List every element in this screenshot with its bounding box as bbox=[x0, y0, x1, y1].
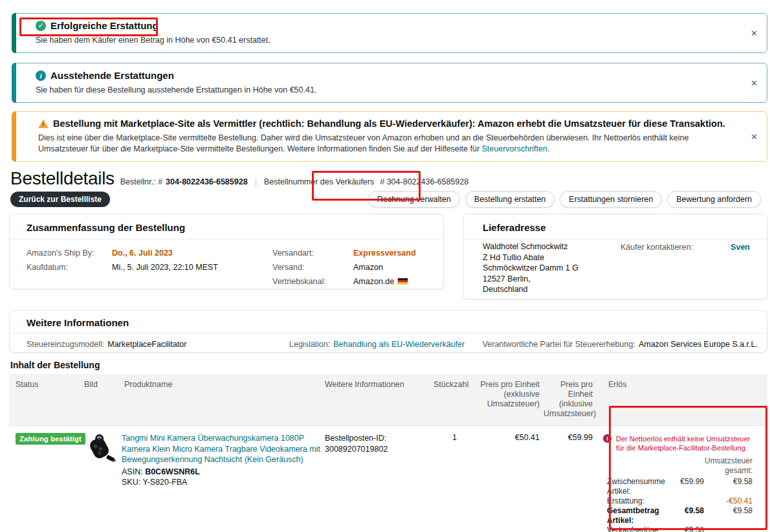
germany-flag-icon bbox=[397, 278, 408, 285]
alert-warning-body: Dies ist eine über die Marketplace-Site … bbox=[38, 133, 741, 155]
tax-model-label: Steuereinzugsmodell: bbox=[27, 340, 104, 349]
sales-channel-value: Amazon.de bbox=[353, 274, 408, 289]
order-number-label: Bestellnr.: # bbox=[120, 177, 162, 186]
order-contents-title: Inhalt der Bestellung bbox=[10, 360, 100, 370]
more-information-card: Weitere Informationen Steuereinzugsmodel… bbox=[9, 310, 767, 353]
shipping-value: Amazon bbox=[353, 260, 383, 274]
column-status: Status bbox=[9, 380, 80, 419]
address-line: Waldhotel Schmockwitz bbox=[483, 241, 578, 252]
back-to-order-list-button[interactable]: Zurück zur Bestellliste bbox=[10, 192, 110, 207]
delivery-address-card: Lieferadresse Waldhotel Schmockwitz Z Hd… bbox=[463, 214, 767, 300]
contact-buyer-label: Käufer kontaktieren: bbox=[621, 243, 693, 252]
alert-info-title: Ausstehende Erstattungen bbox=[50, 70, 174, 81]
order-summary-title: Zusammenfassung der Bestellung bbox=[10, 214, 443, 239]
tax-model-value: MarketplaceFacilitator bbox=[107, 340, 186, 349]
status-badge: Zahlung bestätigt bbox=[16, 433, 85, 445]
column-revenue: Erlös bbox=[600, 380, 758, 419]
item-quantity: 1 bbox=[431, 433, 465, 442]
more-information-title: Weitere Informationen bbox=[10, 311, 767, 333]
table-header-row: Status Bild Produktname Weitere Informat… bbox=[9, 374, 767, 425]
item-price-incl-tax: €59.99 bbox=[541, 433, 600, 442]
seller-order-number: # 304-8022436-6585928 bbox=[380, 177, 468, 186]
warning-body-text: Dies ist eine über die Marketplace-Site … bbox=[38, 133, 688, 153]
address-line: 12527 Berlin, bbox=[483, 274, 578, 285]
alert-success-title: Erfolgreiche Erstattung bbox=[50, 20, 159, 31]
info-icon: i bbox=[36, 71, 46, 81]
responsible-party-value: Amazon Services Europe S.a.r.L. bbox=[639, 340, 758, 349]
shipping-label: Versand: bbox=[272, 260, 353, 274]
alert-info: i Ausstehende Erstattungen Sie haben für… bbox=[12, 63, 767, 103]
seller-order-number-label: Bestellnummer des Verkäufers bbox=[264, 177, 374, 186]
close-icon[interactable]: ✕ bbox=[751, 132, 758, 142]
divider: | bbox=[254, 177, 258, 186]
revenue-row-sales-proceeds: Verkaufserlöse ohne €9.58 bbox=[607, 526, 753, 532]
alert-warning-bar bbox=[12, 111, 16, 162]
alert-success-bar bbox=[12, 13, 16, 53]
alert-info-bar bbox=[12, 63, 16, 103]
order-summary-card: Zusammenfassung der Bestellung Amazon's … bbox=[9, 214, 444, 289]
shipping-type-label: Versandart: bbox=[272, 246, 353, 260]
table-row: Zahlung bestätigt bbox=[9, 425, 767, 532]
ship-by-label: Amazon's Ship By: bbox=[27, 246, 112, 260]
legislation-link[interactable]: Behandlung als EU-Wiederverkäufer bbox=[333, 340, 465, 349]
column-price-incl-tax: Preis pro Einheit (inklusive Umsatzsteue… bbox=[541, 380, 600, 419]
revenue-row-subtotal: Zwischensumme Artikel: €59.99 €9.58 bbox=[607, 477, 753, 496]
column-price-excl-tax: Preis pro Einheit (exklusive Umsatzsteue… bbox=[465, 380, 541, 419]
sales-channel-label: Vertriebskanal: bbox=[272, 274, 353, 289]
product-name-link[interactable]: Tangmi Mini Kamera Überwachungskamera 10… bbox=[122, 433, 322, 465]
address-line: Deutschland bbox=[483, 284, 578, 295]
net-revenue-note: ! Der Nettoerlös enthält keine Umsatzste… bbox=[616, 434, 753, 452]
product-asin: ASIN: B0C6WSNR6L bbox=[122, 467, 322, 478]
order-items-table: Status Bild Produktname Weitere Informat… bbox=[9, 374, 767, 532]
column-more-information: Weitere Informationen bbox=[322, 380, 431, 419]
address-line: Schmöckwitzer Damm 1 G bbox=[483, 263, 578, 274]
product-image[interactable] bbox=[84, 433, 118, 464]
column-quantity: Stückzahl bbox=[431, 380, 465, 419]
order-details-page: ✓ Erfolgreiche Erstattung Sie haben dem … bbox=[0, 0, 770, 532]
manage-invoice-button[interactable]: Rechnung verwalten bbox=[368, 191, 460, 208]
page-title: Bestelldetails bbox=[10, 168, 115, 189]
purchase-date-value: Mi., 5. Juli 2023, 22:10 MEST bbox=[112, 260, 218, 274]
revenue-row-total: Gesamtbetrag Artikel: €9.58 €9.58 bbox=[607, 506, 753, 526]
divider bbox=[464, 239, 766, 239]
cancel-refunds-button[interactable]: Erstattungen stornieren bbox=[560, 191, 662, 208]
close-icon[interactable]: ✕ bbox=[751, 28, 758, 38]
alert-success-body: Sie haben dem Käufer einen Betrag in Höh… bbox=[36, 35, 741, 46]
responsible-party-label: Verantwortliche Partei für Steuererhebun… bbox=[483, 340, 635, 349]
column-product-name: Produktname bbox=[122, 380, 322, 419]
legislation-label: Legislation: bbox=[289, 340, 330, 349]
alert-success: ✓ Erfolgreiche Erstattung Sie haben dem … bbox=[12, 13, 767, 53]
order-number: 304-8022436-6585928 bbox=[166, 177, 248, 186]
item-price-excl-tax: €50.41 bbox=[465, 433, 541, 442]
ship-by-value: Do., 6. Juli 2023 bbox=[112, 246, 173, 260]
alert-info-body: Sie haben für diese Bestellung ausstehen… bbox=[36, 85, 741, 96]
page-header: Bestelldetails Bestellnr.: # 304-8022436… bbox=[10, 168, 468, 189]
address-line: Z Hd Tullio Abate bbox=[483, 252, 578, 263]
column-image: Bild bbox=[80, 380, 122, 419]
contact-buyer-link[interactable]: Sven bbox=[731, 243, 750, 252]
alert-warning: ! Bestellung mit Marketplace-Site als Ve… bbox=[12, 111, 767, 162]
alert-exclamation-icon: ! bbox=[603, 434, 611, 443]
revenue-row-refund: Erstattung: -€50.41 bbox=[607, 496, 753, 506]
order-item-id: Bestellposten-ID: 30089207019802 bbox=[322, 433, 431, 455]
warning-body-period: . bbox=[547, 144, 549, 153]
steuervorschriften-link[interactable]: Steuervorschriften bbox=[482, 144, 547, 153]
alert-warning-title: Bestellung mit Marketplace-Site als Verm… bbox=[53, 118, 725, 129]
shipping-address: Waldhotel Schmockwitz Z Hd Tullio Abate … bbox=[483, 241, 578, 295]
request-review-button[interactable]: Bewertung anfordern bbox=[667, 191, 761, 208]
delivery-address-title: Lieferadresse bbox=[463, 214, 767, 239]
shipping-type-value: Expressversand bbox=[353, 246, 416, 260]
close-icon[interactable]: ✕ bbox=[751, 78, 758, 88]
refund-order-button[interactable]: Bestellung erstatten bbox=[465, 191, 555, 208]
tax-total-header: Umsatzsteuer gesamt: bbox=[688, 456, 753, 476]
product-sku: SKU: Y-S820-FBA bbox=[122, 477, 322, 488]
revenue-summary: ! Der Nettoerlös enthält keine Umsatzste… bbox=[600, 433, 758, 532]
order-action-buttons: Rechnung verwalten Bestellung erstatten … bbox=[368, 191, 761, 208]
divider bbox=[10, 333, 766, 333]
warning-icon: ! bbox=[38, 119, 49, 128]
success-check-icon: ✓ bbox=[36, 21, 46, 31]
purchase-date-label: Kaufdatum: bbox=[27, 260, 112, 274]
